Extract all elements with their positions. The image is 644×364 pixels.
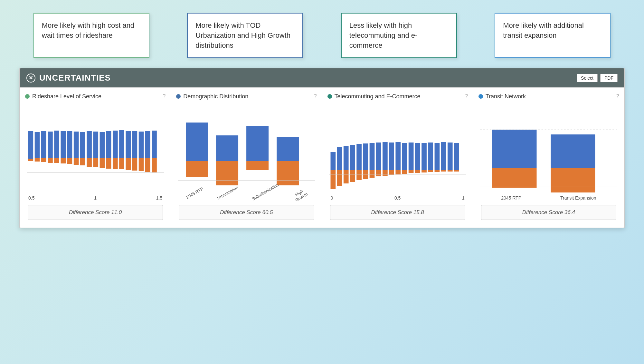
svg-rect-85 (441, 170, 446, 172)
svg-rect-94 (551, 168, 595, 192)
svg-rect-76 (415, 143, 420, 170)
svg-rect-22 (100, 132, 105, 158)
dot-telecommuting (327, 94, 332, 99)
svg-rect-69 (389, 170, 394, 175)
svg-rect-62 (369, 143, 374, 170)
svg-rect-3 (35, 158, 40, 162)
svg-rect-83 (434, 170, 440, 172)
col-transit: Transit Network ? (473, 88, 624, 228)
svg-rect-18 (87, 131, 92, 158)
help-telecommuting[interactable]: ? (465, 93, 468, 98)
svg-rect-63 (369, 170, 374, 178)
svg-rect-81 (428, 170, 433, 172)
svg-rect-39 (152, 158, 157, 172)
card-telecommuting-text: Less likely with high telecommuting and … (349, 21, 418, 49)
svg-rect-14 (74, 132, 79, 158)
svg-rect-32 (132, 131, 137, 158)
svg-rect-28 (119, 130, 124, 158)
panel-actions: Select PDF (577, 74, 618, 82)
svg-rect-78 (421, 143, 427, 170)
x-label-1: 1 (94, 195, 97, 201)
card-demographic: More likely with TOD Urbanization and Hi… (187, 13, 303, 58)
svg-rect-70 (395, 142, 401, 170)
x-axis-transit: 2045 RTP Transit Expansion (478, 194, 619, 201)
svg-rect-74 (408, 143, 413, 170)
card-rideshare-text: More likely with high cost and wait time… (42, 21, 134, 39)
svg-rect-30 (126, 131, 131, 158)
svg-rect-89 (454, 170, 459, 172)
svg-rect-15 (74, 158, 79, 165)
svg-rect-91 (492, 130, 536, 168)
help-transit[interactable]: ? (616, 93, 619, 98)
diff-score-transit: Difference Score 36.4 (481, 205, 616, 220)
svg-rect-4 (41, 131, 46, 158)
svg-rect-9 (54, 158, 59, 163)
svg-rect-45 (246, 126, 269, 161)
svg-rect-33 (132, 158, 137, 171)
diff-score-rideshare: Difference Score 11.0 (28, 205, 163, 220)
help-rideshare[interactable]: ? (163, 93, 166, 98)
x-label-tr0: 2045 RTP (501, 195, 521, 201)
help-demographic[interactable]: ? (314, 93, 317, 98)
svg-rect-52 (337, 147, 342, 170)
chart-demographic (176, 116, 317, 187)
diff-score-demographic: Difference Score 60.5 (179, 205, 314, 220)
svg-rect-16 (80, 132, 85, 158)
svg-rect-58 (356, 144, 362, 170)
svg-rect-47 (277, 137, 299, 161)
chart-rideshare (25, 116, 166, 194)
svg-rect-24 (106, 131, 111, 158)
dot-demographic (176, 94, 181, 99)
x-label-t0: 0 (331, 195, 333, 201)
chart-demographic-svg (178, 121, 315, 185)
diff-score-transit-text: Difference Score 36.4 (522, 209, 575, 215)
main-panel: ✕ UNCERTAINTIES Select PDF Rideshare Lev… (19, 68, 625, 228)
x-label-d3: High Growth (288, 185, 313, 205)
diff-score-demographic-text: Difference Score 60.5 (220, 209, 273, 215)
svg-rect-8 (54, 131, 59, 158)
svg-rect-87 (447, 170, 452, 172)
diff-score-telecommuting-text: Difference Score 15.8 (371, 209, 424, 215)
svg-rect-65 (376, 170, 381, 176)
svg-rect-92 (492, 168, 536, 188)
svg-rect-46 (246, 161, 269, 170)
svg-rect-25 (106, 158, 111, 169)
col-rideshare: Rideshare Level of Service ? (20, 88, 171, 228)
x-label-tr1: Transit Expansion (560, 195, 596, 201)
svg-rect-7 (48, 158, 53, 163)
card-telecommuting: Less likely with high telecommuting and … (341, 13, 457, 58)
col-rideshare-title: Rideshare Level of Service (32, 93, 160, 100)
dot-rideshare (25, 94, 30, 99)
svg-rect-59 (356, 170, 362, 180)
svg-rect-21 (93, 158, 98, 167)
svg-rect-31 (126, 158, 131, 170)
svg-rect-42 (186, 161, 208, 177)
svg-rect-36 (145, 131, 150, 158)
svg-rect-20 (93, 132, 98, 158)
svg-rect-61 (363, 170, 368, 179)
svg-rect-48 (277, 161, 299, 185)
svg-rect-75 (408, 170, 413, 173)
svg-rect-23 (100, 158, 105, 168)
x-label-d2: Suburbanization (251, 184, 278, 206)
svg-rect-12 (67, 131, 72, 158)
card-rideshare: More likely with high cost and wait time… (33, 13, 149, 58)
select-button[interactable]: Select (577, 74, 598, 82)
svg-rect-53 (337, 170, 342, 186)
x-axis-demographic: 2045 RTP Urbanization Suburbanization Hi… (176, 187, 317, 201)
close-icon: ✕ (26, 74, 35, 83)
card-transit-text: More likely with additional transit expa… (503, 21, 584, 39)
diff-score-telecommuting: Difference Score 15.8 (330, 205, 465, 220)
chart-telecommuting (327, 116, 468, 194)
diff-score-rideshare-text: Difference Score 11.0 (69, 209, 122, 215)
svg-rect-71 (395, 170, 401, 174)
svg-rect-2 (35, 132, 40, 158)
svg-rect-27 (113, 158, 118, 169)
x-label-0: 0.5 (28, 195, 34, 201)
svg-rect-35 (139, 158, 144, 171)
col-telecommuting: Telecommuting and E-Commerce ? (322, 88, 473, 228)
x-label-d1: Urbanization (216, 185, 241, 205)
svg-rect-5 (41, 158, 46, 162)
pdf-button[interactable]: PDF (600, 74, 618, 82)
svg-rect-34 (139, 132, 144, 158)
